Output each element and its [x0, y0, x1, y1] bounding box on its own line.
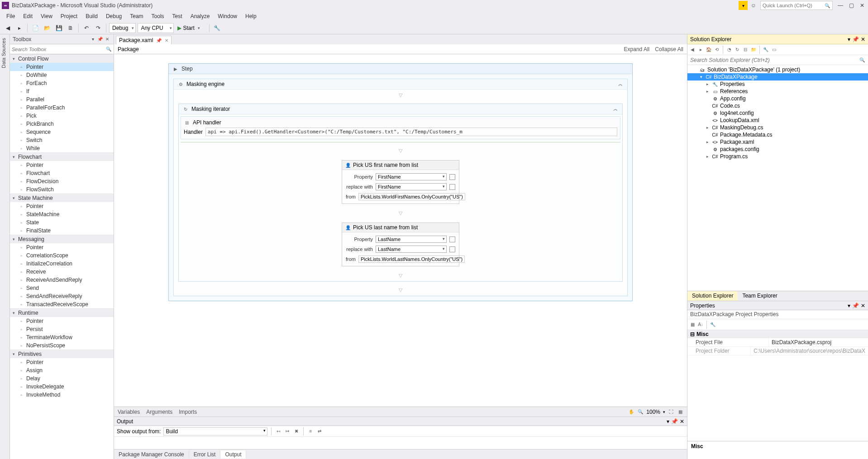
menu-test[interactable]: Test	[169, 12, 186, 20]
toolbox-item[interactable]: ▫InvokeMethod	[10, 391, 114, 399]
output-source-combo[interactable]: Build	[163, 427, 267, 435]
props-category[interactable]: ⊟ Misc	[687, 330, 868, 338]
overview-icon[interactable]: ▦	[677, 409, 683, 415]
menu-project[interactable]: Project	[57, 12, 81, 20]
toolbox-item[interactable]: ▫Assign	[10, 366, 114, 374]
save-button[interactable]: 💾	[54, 23, 64, 33]
expand-icon[interactable]: ▸	[705, 125, 710, 130]
nav-back-button[interactable]: ◀	[3, 23, 13, 33]
imports-tab[interactable]: Imports	[179, 409, 197, 415]
output-dropdown-button[interactable]: ▾	[667, 418, 669, 425]
se-search[interactable]: 🔍	[687, 55, 868, 65]
expand-icon[interactable]: ▸	[705, 89, 710, 94]
expand-icon[interactable]: ▸	[705, 154, 710, 159]
se-tab[interactable]: Solution Explorer	[687, 291, 738, 301]
props-row[interactable]: Project FolderC:\Users\Administrator\sou…	[687, 347, 868, 355]
toolbox-item[interactable]: ▫ParallelForEach	[10, 104, 114, 112]
toolbox-category[interactable]: ▾Primitives	[10, 350, 114, 358]
toolbox-item[interactable]: ▫Pointer	[10, 63, 114, 71]
toolbox-item[interactable]: ▫Switch	[10, 136, 114, 144]
toolbox-item[interactable]: ▫TransactedReceiveScope	[10, 300, 114, 308]
output-prev-button[interactable]: ↤	[275, 428, 281, 435]
se-showall-button[interactable]: 📁	[750, 47, 757, 53]
se-refresh-button[interactable]: ↻	[734, 47, 740, 53]
tree-node[interactable]: ⚙App.config	[687, 95, 868, 102]
tree-node[interactable]: ⚙packages.config	[687, 146, 868, 153]
output-close-button[interactable]: ✕	[680, 418, 684, 425]
menu-edit[interactable]: Edit	[19, 12, 36, 20]
toolbox-item[interactable]: ▫TerminateWorkflow	[10, 333, 114, 341]
toolbox-list[interactable]: ▾Control Flow▫Pointer▫DoWhile▫ForEach▫If…	[10, 54, 114, 459]
collapse-icon[interactable]: ︽	[612, 106, 619, 112]
props-pin-button[interactable]: 📌	[852, 303, 859, 309]
se-back-button[interactable]: ◀	[689, 47, 696, 53]
toolbox-item[interactable]: ▫Receive	[10, 268, 114, 276]
replace-combo[interactable]: FirstName	[376, 183, 447, 190]
config-combo[interactable]: Debug	[109, 23, 136, 33]
tree-node[interactable]: ▸🔧Properties	[687, 80, 868, 88]
props-close-button[interactable]: ✕	[861, 303, 865, 309]
maximize-button[interactable]: ▢	[847, 1, 855, 9]
toolbox-item[interactable]: ▫Flowchart	[10, 169, 114, 177]
tree-node[interactable]: <>LookupData.xml	[687, 117, 868, 124]
toolbox-item[interactable]: ▫Pointer	[10, 358, 114, 366]
tree-node[interactable]: C#Package.Metadata.cs	[687, 131, 868, 138]
expand-icon[interactable]: ▸	[705, 140, 710, 144]
toolbox-item[interactable]: ▫Pointer	[10, 317, 114, 325]
menu-analyze[interactable]: Analyze	[187, 12, 214, 20]
toolbox-item[interactable]: ▫If	[10, 87, 114, 95]
se-preview-button[interactable]: ▭	[771, 47, 777, 53]
menu-team[interactable]: Team	[126, 12, 147, 20]
props-grid[interactable]: ⊟ MiscProject FileBizDataXPackage.csproj…	[687, 330, 868, 441]
expand-icon[interactable]: ▸	[705, 82, 710, 86]
pick-firstname-activity[interactable]: 👤Pick US first name from list PropertyFi…	[342, 160, 459, 204]
output-toggle-button[interactable]: ⇄	[316, 428, 323, 435]
pin-icon[interactable]: 📌	[156, 37, 162, 43]
toolbox-category[interactable]: ▾Control Flow	[10, 54, 114, 63]
collapse-all-link[interactable]: Collapse All	[655, 46, 683, 52]
toolbox-category[interactable]: ▾Messaging	[10, 235, 114, 243]
toolbox-item[interactable]: ▫Sequence	[10, 128, 114, 136]
toolbox-item[interactable]: ▫Delay	[10, 374, 114, 383]
masking-iterator-activity[interactable]: ↻Masking iterator︽ ⊞API handler Handler …	[178, 104, 623, 282]
se-properties-button[interactable]: 🔧	[763, 47, 769, 53]
tree-node[interactable]: ▾C#BizDataXPackage	[687, 73, 868, 80]
toolbox-item[interactable]: ▫FlowSwitch	[10, 185, 114, 194]
toolbox-dropdown-button[interactable]: ▾	[89, 36, 96, 43]
props-az-button[interactable]: A↓	[697, 322, 704, 328]
new-project-button[interactable]: 📄	[30, 23, 40, 33]
tree-node[interactable]: C#Code.cs	[687, 102, 868, 109]
masking-engine-activity[interactable]: ⚙Masking engine︽ ▽ ↻Masking iterator︽ ⊞A…	[173, 79, 628, 296]
property-combo[interactable]: LastName	[376, 236, 447, 243]
workflow-designer[interactable]: ▶Step ⚙Masking engine︽ ▽ ↻Masking iterat…	[114, 54, 687, 407]
prop-value[interactable]: BizDataXPackage.csproj	[769, 338, 868, 346]
variables-tab[interactable]: Variables	[118, 409, 140, 415]
toolbox-item[interactable]: ▫Pointer	[10, 161, 114, 169]
menu-debug[interactable]: Debug	[102, 12, 125, 20]
handler-expression-input[interactable]: api => api.Fixed().GetHandler<Customer>(…	[205, 128, 617, 136]
error-list-tab[interactable]: Error List	[189, 450, 221, 459]
feedback-icon[interactable]: ☺	[749, 1, 758, 9]
property-checkbox[interactable]	[449, 237, 455, 242]
toolbox-item[interactable]: ▫FinalState	[10, 227, 114, 235]
expand-icon[interactable]: ▾	[698, 75, 704, 79]
tree-node[interactable]: ▸▭References	[687, 88, 868, 95]
step-activity[interactable]: ▶Step ⚙Masking engine︽ ▽ ↻Masking iterat…	[168, 63, 633, 301]
toolbox-item[interactable]: ▫InitializeCorrelation	[10, 260, 114, 268]
nav-fwd-button[interactable]: ▸	[14, 23, 24, 33]
toolbox-item[interactable]: ▫While	[10, 144, 114, 152]
menu-tools[interactable]: Tools	[148, 12, 168, 20]
se-pin-button[interactable]: 📌	[852, 36, 859, 43]
save-all-button[interactable]: 🗎	[66, 23, 76, 33]
pan-icon[interactable]: ✋	[628, 409, 634, 415]
notification-badge[interactable]: ▾	[739, 1, 748, 10]
output-tab[interactable]: Output	[220, 450, 246, 459]
replace-checkbox[interactable]	[449, 246, 455, 252]
se-home-button[interactable]: 🏠	[706, 47, 712, 53]
toolbox-category[interactable]: ▾Flowchart	[10, 152, 114, 161]
menu-help[interactable]: Help	[242, 12, 260, 20]
toolbox-search-input[interactable]	[12, 47, 105, 52]
toolbox-category[interactable]: ▾Runtime	[10, 308, 114, 317]
se-tree[interactable]: 🗂Solution 'BizDataXPackage' (1 project)▾…	[687, 65, 868, 291]
quick-launch-input[interactable]	[763, 3, 821, 8]
